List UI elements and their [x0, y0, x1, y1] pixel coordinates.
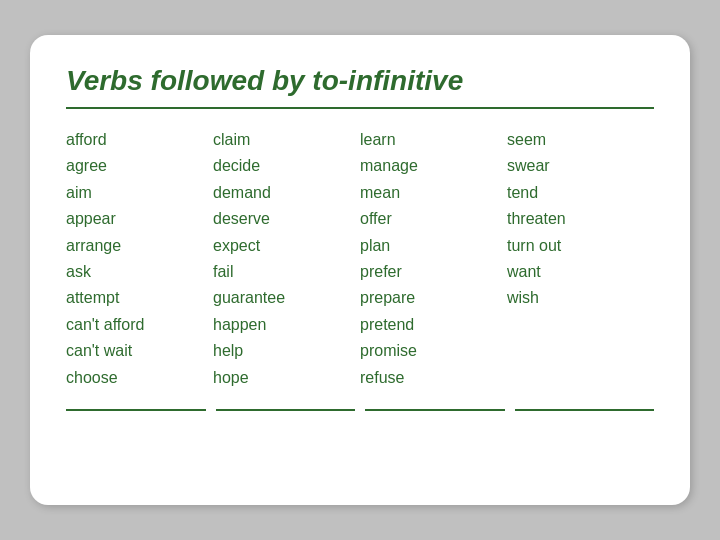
word-list-1: affordagreeaimappeararrangeaskattemptcan… — [66, 127, 203, 391]
bottom-divider-4 — [515, 409, 655, 411]
title-plain: Verbs followed by — [66, 65, 312, 96]
column-2: claimdecidedemanddeserveexpectfailguaran… — [213, 127, 360, 391]
word-columns: affordagreeaimappeararrangeaskattemptcan… — [66, 127, 654, 391]
top-divider — [66, 107, 654, 109]
bottom-divider-3 — [365, 409, 505, 411]
title-italic: to-infinitive — [312, 65, 463, 96]
word-list-2: claimdecidedemanddeserveexpectfailguaran… — [213, 127, 350, 391]
page-title: Verbs followed by to-infinitive — [66, 65, 654, 97]
column-4: seemsweartendthreatenturn outwantwish — [507, 127, 654, 391]
bottom-divider-1 — [66, 409, 206, 411]
column-3: learnmanagemeanofferplanpreferpreparepre… — [360, 127, 507, 391]
word-list-3: learnmanagemeanofferplanpreferpreparepre… — [360, 127, 497, 391]
bottom-dividers — [66, 409, 654, 411]
card: Verbs followed by to-infinitive affordag… — [30, 35, 690, 505]
bottom-divider-2 — [216, 409, 356, 411]
word-list-4: seemsweartendthreatenturn outwantwish — [507, 127, 644, 312]
column-1: affordagreeaimappeararrangeaskattemptcan… — [66, 127, 213, 391]
